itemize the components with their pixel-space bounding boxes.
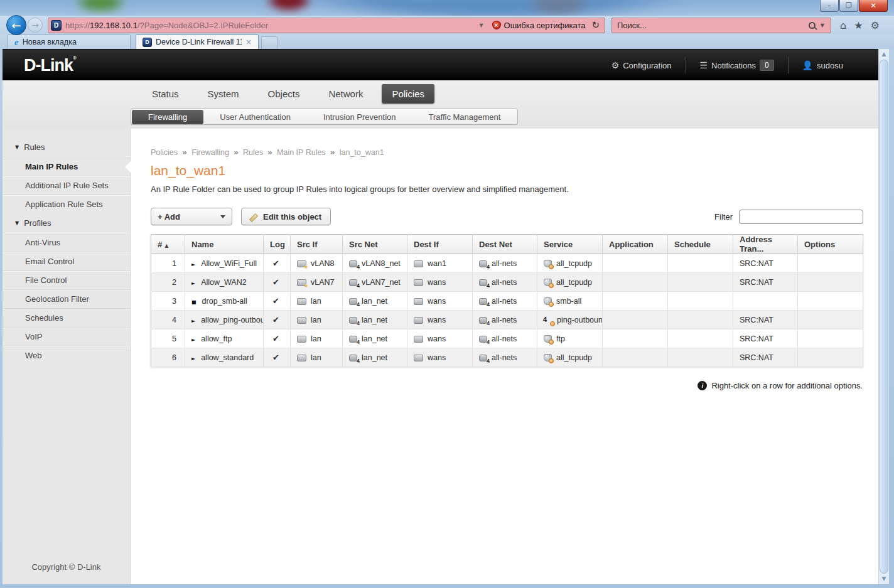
sidebar-item-geolocation-filter[interactable]: Geolocation Filter — [3, 289, 130, 308]
search-icon[interactable] — [809, 22, 816, 29]
interface-icon — [297, 355, 306, 361]
column-header-application[interactable]: Application — [603, 235, 668, 254]
rule-row[interactable]: 2►Allow_WAN2✔★vLAN74vLAN7_netwans4all-ne… — [151, 273, 863, 292]
configuration-label: Configuration — [623, 61, 671, 70]
column-header-src-if[interactable]: Src If — [291, 235, 343, 254]
cell-label: all-nets — [492, 259, 517, 268]
url-text[interactable]: https://192.168.10.1/?Page=Node&OBJ=2.IP… — [65, 21, 474, 30]
sidebar-item-schedules[interactable]: Schedules — [3, 308, 130, 327]
column-header-log[interactable]: Log — [264, 235, 291, 254]
page-body: ▼RulesMain IP RulesAdditional IP Rule Se… — [3, 129, 878, 584]
sidebar-section-label: Profiles — [24, 218, 51, 228]
column-header-dest-if[interactable]: Dest If — [407, 235, 473, 254]
close-button[interactable]: × — [859, 0, 888, 12]
favorites-star-icon[interactable]: ★ — [854, 19, 863, 31]
refresh-icon[interactable]: ↻ — [589, 19, 602, 31]
add-button[interactable]: + Add — [151, 208, 232, 225]
ipv4-badge: 4 — [543, 316, 547, 323]
tab-objects[interactable]: Objects — [258, 84, 310, 104]
configuration-button[interactable]: ⚙ Configuration — [598, 60, 686, 70]
notifications-button[interactable]: ☰ Notifications 0 — [686, 60, 788, 71]
breadcrumb-item-lan-to-wan1[interactable]: lan_to_wan1 — [340, 148, 384, 157]
breadcrumb-item-firewalling[interactable]: Firewalling — [191, 148, 229, 157]
cell-src-if: lan — [291, 311, 343, 329]
tab-system[interactable]: System — [198, 84, 249, 104]
cell-label: ftp — [556, 334, 565, 343]
sidebar-item-anti-virus[interactable]: Anti-Virus — [3, 233, 130, 252]
sidebar-item-application-rule-sets[interactable]: Application Rule Sets — [3, 195, 130, 213]
sidebar-item-web[interactable]: Web — [3, 346, 130, 365]
column-header-name[interactable]: Name — [185, 235, 264, 254]
cell-options — [798, 329, 863, 348]
forward-button[interactable]: → — [28, 18, 43, 33]
scroll-down-icon[interactable]: ▼ — [879, 574, 889, 584]
breadcrumb-separator: » — [234, 147, 239, 157]
rule-row[interactable]: 5►allow_ftp✔lan4lan_netwans4all-netsftpS… — [151, 329, 863, 348]
sidebar-section-profiles[interactable]: ▼Profiles — [3, 213, 130, 233]
service-dot-icon — [549, 339, 554, 345]
certificate-error-button[interactable]: × Ошибка сертификата — [488, 21, 590, 30]
subtab-intrusion-prevention[interactable]: Intrusion Prevention — [307, 110, 412, 124]
address-bar[interactable]: D https://192.168.10.1/?Page=Node&OBJ=2.… — [48, 18, 605, 33]
column-header-[interactable]: #▲ — [151, 235, 185, 254]
column-header-address-tran[interactable]: Address Tran... — [733, 235, 798, 254]
sidebar-item-file-control[interactable]: File Control — [3, 270, 130, 289]
rule-row[interactable]: 6►allow_standard✔lan4lan_netwans4all-net… — [151, 348, 863, 367]
search-box[interactable]: Поиск... ▼ — [611, 18, 831, 33]
column-header-options[interactable]: Options — [798, 235, 863, 254]
cell-name: ■drop_smb-all — [185, 292, 264, 311]
browser-tab-device[interactable]: D Device D-Link Firewall 11.10... × — [136, 35, 259, 49]
scrollbar-thumb[interactable] — [880, 60, 888, 574]
sidebar-item-main-ip-rules[interactable]: Main IP Rules — [3, 157, 130, 176]
breadcrumb-item-main-ip-rules[interactable]: Main IP Rules — [277, 148, 326, 157]
settings-gear-icon[interactable]: ⚙ — [871, 19, 880, 31]
breadcrumb-item-rules[interactable]: Rules — [243, 148, 263, 157]
browser-tab-new[interactable]: e Новая вкладка — [8, 35, 131, 49]
home-icon[interactable]: ⌂ — [840, 19, 846, 31]
back-button[interactable]: ← — [6, 15, 26, 35]
sidebar-item-voip[interactable]: VoIP — [3, 327, 130, 346]
cell-src-net: 4vLAN8_net — [343, 254, 407, 273]
column-header-schedule[interactable]: Schedule — [668, 235, 733, 254]
tab-policies[interactable]: Policies — [382, 84, 434, 104]
cell-address-translation — [733, 292, 798, 311]
column-header-label: Schedule — [674, 240, 711, 249]
url-scheme: https:// — [65, 21, 90, 30]
cell-label: lan — [311, 334, 321, 343]
user-menu[interactable]: 👤 sudosu — [789, 60, 857, 70]
subtab-firewalling[interactable]: Firewalling — [132, 110, 203, 124]
sidebar-item-email-control[interactable]: Email Control — [3, 252, 130, 270]
tab-network[interactable]: Network — [318, 84, 373, 104]
scroll-up-icon[interactable]: ▲ — [879, 49, 889, 60]
filter-input[interactable] — [739, 210, 863, 224]
rule-row[interactable]: 3■drop_smb-all✔lan4lan_netwans4all-netss… — [151, 292, 863, 311]
cell-service: all_tcpudp — [537, 254, 603, 273]
column-header-service[interactable]: Service — [537, 235, 603, 254]
cell-application — [603, 311, 668, 329]
subtab-user-authentication[interactable]: User Authentication — [203, 110, 307, 124]
rule-row[interactable]: 4►allow_ping-outbound✔lan4lan_netwans4al… — [151, 311, 863, 329]
rule-name: Allow_WAN2 — [201, 278, 246, 287]
column-header-src-net[interactable]: Src Net — [343, 235, 407, 254]
tab-status[interactable]: Status — [142, 84, 189, 104]
breadcrumb-item-policies[interactable]: Policies — [151, 148, 178, 157]
edit-this-object-button[interactable]: Edit this object — [241, 208, 331, 225]
sidebar-item-additional-ip-rule-sets[interactable]: Additional IP Rule Sets — [3, 176, 130, 195]
search-dropdown-icon[interactable]: ▼ — [816, 23, 826, 28]
tab-close-icon[interactable]: × — [245, 38, 252, 46]
column-header-dest-net[interactable]: Dest Net — [473, 235, 537, 254]
page-title: lan_to_wan1 — [151, 163, 863, 178]
ipv4-badge: 4 — [357, 320, 360, 326]
ipv4-network-icon: 4 — [479, 317, 487, 324]
rule-row[interactable]: 1►Allow_WiFi_Full✔★vLAN84vLAN8_netwan14a… — [151, 254, 863, 273]
vlan-star-icon: ★ — [304, 264, 308, 270]
maximize-button[interactable]: ❐ — [839, 0, 858, 12]
sidebar-section-rules[interactable]: ▼Rules — [3, 137, 130, 157]
column-header-label: Options — [804, 240, 835, 249]
table-header-row: #▲NameLogSrc IfSrc NetDest IfDest NetSer… — [151, 235, 863, 254]
subtab-traffic-management[interactable]: Traffic Management — [412, 110, 517, 124]
vertical-scrollbar[interactable]: ▲ ▼ — [878, 49, 889, 584]
minimize-button[interactable]: – — [820, 0, 839, 12]
address-dropdown-icon[interactable]: ▼ — [474, 23, 488, 28]
new-tab-button[interactable] — [261, 36, 277, 49]
